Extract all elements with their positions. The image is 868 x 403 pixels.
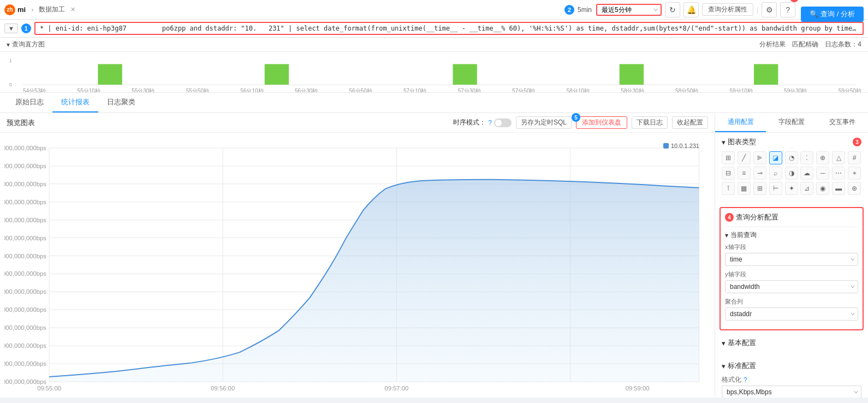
svg-text:750,000,000,000bps: 750,000,000,000bps [4, 199, 46, 205]
hist-label-1: 54分53秒 [23, 87, 46, 93]
chart-type-sankey[interactable]: ⊸ [753, 167, 766, 180]
svg-text:700,000,000,000bps: 700,000,000,000bps [4, 217, 46, 223]
analysis-props-button[interactable]: 查询分析属性 [702, 3, 753, 16]
alert-icon[interactable]: 🔔 [683, 2, 699, 17]
chart-type-funnel[interactable]: △ [832, 151, 845, 164]
refresh-icon[interactable]: ↻ [665, 2, 680, 17]
query-dropdown-button[interactable]: ▼ [4, 23, 18, 33]
tab-close-icon[interactable]: ✕ [70, 6, 75, 13]
chart-type-stacked[interactable]: ▦ [738, 182, 751, 195]
legend-dot [663, 143, 669, 149]
chart-type-section: ▾ 图表类型 3 ⊞ ╱ ⫸ ◪ ◔ ⁚ ⊕ △ # ⊟ ≡ ⊸ [715, 133, 868, 204]
svg-text:09:55:00: 09:55:00 [37, 385, 61, 392]
chart-type-progress2[interactable]: ▬ [832, 182, 845, 195]
chart-type-progress[interactable]: ≡ [738, 167, 751, 180]
standard-config-header[interactable]: ▾ 标准配置 [722, 361, 861, 371]
step-badge-4: 4 [725, 213, 734, 222]
top-bar: zh mi › 数据加工 ✕ 2 5min 最近5分钟 最近15分钟 最近1小时… [0, 0, 868, 20]
hist-label-7: 56分50秒 [349, 87, 372, 93]
tab-log-cluster[interactable]: 日志聚类 [98, 93, 144, 112]
chart-type-pie[interactable]: ◔ [785, 151, 798, 164]
legend-label: 10.0.1.231 [671, 143, 699, 149]
format-select[interactable]: bps,Kbps,Mbps [722, 386, 861, 398]
collect-config-button[interactable]: 收起配置 [672, 116, 708, 129]
settings-icon[interactable]: ⚙ [762, 2, 777, 17]
query-plan-toggle[interactable]: ▾ 查询直方图 [7, 40, 45, 49]
toggle-knob [495, 120, 502, 126]
precision-label: 匹配精确 [792, 40, 818, 49]
chart-type-table[interactable]: ⊞ [722, 151, 735, 164]
time-label: 5min [578, 6, 592, 14]
x-field-select[interactable]: time [725, 253, 858, 266]
chart-type-flow[interactable]: ⌕ [769, 167, 782, 180]
basic-config-header[interactable]: ▾ 基本配置 [722, 338, 861, 348]
basic-config-title: ▾ 基本配置 [722, 338, 756, 348]
svg-text:09:57:00: 09:57:00 [384, 385, 408, 392]
hist-label-4: 55分50秒 [186, 87, 209, 93]
chart-type-gauge[interactable]: ◑ [785, 167, 798, 180]
svg-text:500,000,000,000bps: 500,000,000,000bps [4, 289, 46, 295]
group-field-select[interactable]: dstaddr [725, 307, 858, 321]
tab-raw-logs[interactable]: 原始日志 [7, 93, 52, 112]
result-label: 分析结果 [759, 40, 786, 49]
chart-type-geo[interactable]: ◉ [816, 182, 829, 195]
format-help-icon[interactable]: ? [744, 376, 747, 384]
svg-text:09:59:00: 09:59:00 [626, 385, 650, 392]
chart-type-grid: ⊞ ╱ ⫸ ◪ ◔ ⁚ ⊕ △ # ⊟ ≡ ⊸ ⌕ ◑ ☁ ─ ⋯ ⌖ ⊺ [722, 151, 861, 195]
tab-general-config[interactable]: 通用配置 [715, 113, 766, 132]
chart-toolbar: 预览图表 时序模式： ? 另存为定时SQL 5 添加到仪表盘 下载日志 收起配置 [0, 113, 715, 133]
query-input[interactable] [34, 22, 864, 35]
hist-label-3: 55分30秒 [132, 87, 154, 93]
logo-text: mi [17, 5, 26, 14]
download-log-button[interactable]: 下载日志 [632, 116, 668, 129]
log-count: 日志条数：4 [825, 40, 861, 49]
analysis-section-title: 4 查询分析配置 [725, 212, 858, 222]
chart-type-word-cloud[interactable]: ☁ [800, 167, 813, 180]
tab-statistics[interactable]: 统计报表 [52, 93, 98, 112]
hist-label-14: 59分10秒 [730, 87, 753, 93]
y-field-label: y轴字段 [725, 270, 858, 278]
chart-type-scatter[interactable]: ⁚ [800, 151, 813, 164]
chart-type-header[interactable]: ▾ 图表类型 3 [722, 137, 861, 147]
chart-type-area[interactable]: ◪ [769, 151, 782, 164]
expand-icon: ▾ [7, 41, 10, 49]
chart-type-bar[interactable]: ⫸ [753, 151, 766, 164]
time-range-select[interactable]: 最近5分钟 最近15分钟 最近1小时 [596, 4, 662, 16]
search-analyze-button[interactable]: 🔍 查询 / 分析 [801, 7, 864, 22]
breadcrumb-separator: › [31, 6, 33, 14]
histogram-labels: 54分53秒 55分10秒 55分30秒 55分50秒 56分10秒 56分30… [7, 87, 861, 93]
chart-type-combo[interactable]: ⊿ [800, 182, 813, 195]
tab-field-config[interactable]: 字段配置 [766, 113, 817, 132]
chart-type-treemap[interactable]: ⊞ [753, 182, 766, 195]
x-field-label: x轴字段 [725, 243, 858, 251]
chart-type-line[interactable]: ╱ [738, 151, 751, 164]
chart-type-dash[interactable]: ─ [816, 167, 829, 180]
hist-label-16: 59分50秒 [839, 87, 861, 93]
add-dashboard-button[interactable]: 添加到仪表盘 [576, 116, 627, 129]
chart-type-pivot[interactable]: ⊟ [722, 167, 735, 180]
svg-text:350,000,000,000bps: 350,000,000,000bps [4, 342, 46, 349]
time-mode-switch[interactable] [494, 118, 512, 127]
chart-type-map[interactable]: ⊕ [816, 151, 829, 164]
standard-config-title: ▾ 标准配置 [722, 361, 756, 371]
chart-title: 预览图表 [7, 118, 35, 128]
chart-type-extra[interactable]: ⊛ [848, 182, 861, 195]
format-row: 格式化 ? bps,Kbps,Mbps [722, 375, 861, 398]
help-icon[interactable]: ? [780, 2, 795, 17]
hist-label-11: 58分10秒 [567, 87, 590, 93]
chart-type-multi[interactable]: ⋯ [832, 167, 845, 180]
chart-type-timeline[interactable]: ⌖ [848, 167, 861, 180]
tab-interactive-events[interactable]: 交互事件 [817, 113, 868, 132]
collapse-icon-chart-type: ▾ [722, 138, 726, 146]
breadcrumb-tab: 数据加工 [39, 5, 65, 14]
dropdown-icon: ▼ [8, 25, 14, 32]
chart-type-col[interactable]: ⊺ [722, 182, 735, 195]
y-field-select[interactable]: bandwidth [725, 280, 858, 293]
hist-label-12: 58分30秒 [621, 87, 644, 93]
svg-rect-4 [453, 64, 477, 85]
save-as-sql-button[interactable]: 另存为定时SQL [516, 116, 572, 129]
chart-type-candlestick[interactable]: ⊢ [769, 182, 782, 195]
x-field-container: x轴字段 time [725, 243, 858, 270]
chart-type-radar[interactable]: ✦ [785, 182, 798, 195]
chart-type-number[interactable]: # [848, 151, 861, 164]
